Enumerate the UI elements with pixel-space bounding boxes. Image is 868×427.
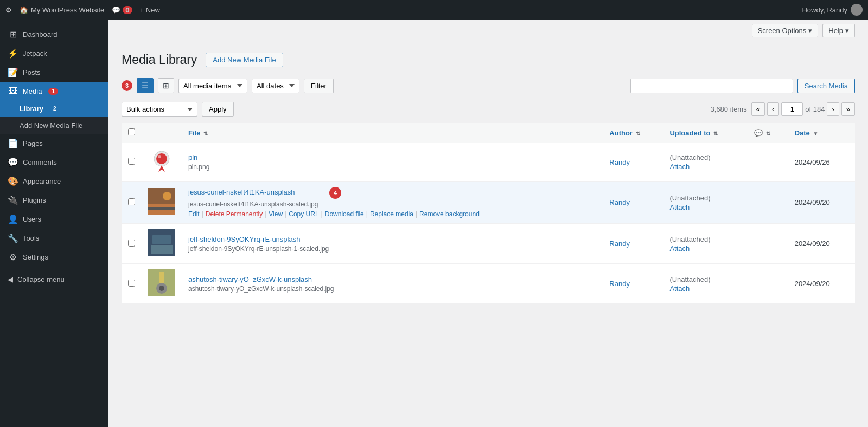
sidebar-item-plugins[interactable]: 🔌 Plugins <box>0 191 108 210</box>
col-header-date[interactable]: Date ▼ <box>788 123 855 143</box>
filter-button[interactable]: Filter <box>304 79 334 93</box>
author-link[interactable]: Randy <box>609 240 630 248</box>
page-number-input[interactable] <box>781 102 803 116</box>
first-page-button[interactable]: « <box>751 102 765 116</box>
sidebar-label-tools: Tools <box>23 234 39 242</box>
screen-options-button[interactable]: Screen Options ▾ <box>752 24 819 37</box>
list-view-button[interactable]: ☰ <box>137 78 154 93</box>
row-select-checkbox[interactable] <box>128 280 135 287</box>
comments-value: — <box>754 158 761 166</box>
action-replace-media[interactable]: Replace media <box>370 210 413 218</box>
sidebar-item-add-new-media[interactable]: Add New Media File <box>0 117 108 134</box>
date-filter[interactable]: All dates <box>252 79 299 93</box>
media-title-link[interactable]: ashutosh-tiwary-yO_zGxcW-k-unsplash <box>188 275 312 283</box>
sidebar-item-appearance[interactable]: 🎨 Appearance <box>0 172 108 191</box>
collapse-menu-button[interactable]: ◀ Collapse menu <box>0 271 108 288</box>
row-checkbox-4 <box>122 264 142 304</box>
attach-link[interactable]: Attach <box>669 163 741 171</box>
pin-thumbnail <box>148 148 175 176</box>
row-file-1: pin pin.png <box>182 143 603 182</box>
apply-button[interactable]: Apply <box>202 102 234 117</box>
last-page-button[interactable]: » <box>841 102 855 116</box>
action-copy-url[interactable]: Copy URL <box>289 210 318 218</box>
sidebar-item-tools[interactable]: 🔧 Tools <box>0 229 108 248</box>
new-link[interactable]: + New <box>140 6 160 14</box>
sidebar-item-jetpack[interactable]: ⚡ Jetpack <box>0 44 108 63</box>
screen-options-chevron-icon: ▾ <box>808 27 812 35</box>
sidebar-item-dashboard[interactable]: ⊞ Dashboard <box>0 25 108 44</box>
select-all-header[interactable] <box>122 123 142 143</box>
grid-view-button[interactable]: ⊞ <box>158 78 174 93</box>
jetpack-icon: ⚡ <box>8 48 18 59</box>
wp-logo-icon[interactable]: ⚙ <box>5 6 12 14</box>
action-view[interactable]: View <box>269 210 283 218</box>
author-link[interactable]: Randy <box>609 280 630 288</box>
comments-icon: 💬 <box>8 157 18 167</box>
sidebar-item-settings[interactable]: ⚙ Settings <box>0 248 108 267</box>
table-header-row: File ⇅ Author ⇅ Uploaded to ⇅ 💬 <box>122 123 855 143</box>
attach-link[interactable]: Attach <box>669 284 741 293</box>
col-author-label: Author <box>609 129 633 137</box>
sidebar-item-media[interactable]: 🖼 Media 1 <box>0 82 108 100</box>
col-header-uploaded-to[interactable]: Uploaded to ⇅ <box>663 123 748 143</box>
unattached-label: (Unattached) <box>669 194 710 202</box>
sidebar-item-comments[interactable]: 💬 Comments <box>0 153 108 172</box>
svg-point-1 <box>156 153 167 164</box>
media-title-link[interactable]: jeff-sheldon-9SyOKYrq-rE-unsplash <box>188 235 300 243</box>
sidebar-item-pages[interactable]: 📄 Pages <box>0 134 108 153</box>
row-uploaded-to-4: (Unattached) Attach <box>663 264 748 304</box>
action-download-file[interactable]: Download file <box>325 210 364 218</box>
bulk-actions-select[interactable]: Bulk actions <box>122 102 197 117</box>
col-header-author[interactable]: Author ⇅ <box>603 123 663 143</box>
action-separator: | <box>366 210 368 218</box>
search-media-input[interactable] <box>630 79 793 93</box>
howdy-link[interactable]: Howdy, Randy <box>802 4 863 16</box>
attach-link[interactable]: Attach <box>669 203 741 211</box>
prev-page-button[interactable]: ‹ <box>767 102 779 116</box>
comments-link[interactable]: 💬 0 <box>112 6 132 14</box>
date-value: 2024/09/20 <box>795 198 830 206</box>
sidebar-item-posts[interactable]: 📝 Posts <box>0 63 108 82</box>
site-link[interactable]: 🏠 My WordPress Website <box>20 6 104 14</box>
author-link[interactable]: Randy <box>609 158 630 166</box>
users-icon: 👤 <box>8 214 18 224</box>
select-all-checkbox[interactable] <box>128 128 135 135</box>
row-thumbnail-1 <box>142 143 182 182</box>
media-type-filter[interactable]: All media items <box>178 79 247 93</box>
row-select-checkbox[interactable] <box>128 198 135 205</box>
help-chevron-icon: ▾ <box>845 27 849 35</box>
comment-icon: 💬 <box>112 6 120 14</box>
pagination: « ‹ of 184 › » <box>751 102 855 116</box>
row-author-2: Randy <box>603 182 663 224</box>
new-label: + New <box>140 6 160 14</box>
settings-icon: ⚙ <box>8 252 18 262</box>
sidebar-label-pages: Pages <box>23 139 43 147</box>
sidebar-label-plugins: Plugins <box>23 196 46 204</box>
author-link[interactable]: Randy <box>609 198 630 206</box>
next-page-button[interactable]: › <box>827 102 839 116</box>
help-button[interactable]: Help ▾ <box>822 24 855 37</box>
add-new-media-button[interactable]: Add New Media File <box>206 53 283 67</box>
search-media-button[interactable]: Search Media <box>797 79 855 93</box>
sidebar-item-users[interactable]: 👤 Users <box>0 210 108 229</box>
unattached-label: (Unattached) <box>669 235 710 243</box>
col-header-file[interactable]: File ⇅ <box>182 123 603 143</box>
action-edit[interactable]: Edit <box>188 210 200 218</box>
media-title-link[interactable]: jesus-curiel-nskeft4t1KA-unsplash <box>188 188 295 196</box>
media-title-link[interactable]: pin <box>188 153 197 161</box>
sidebar-label-posts: Posts <box>23 68 41 76</box>
attach-link[interactable]: Attach <box>669 244 741 253</box>
library-badge: 2 <box>50 105 60 112</box>
row-select-checkbox[interactable] <box>128 158 135 165</box>
sidebar-item-library[interactable]: Library 2 <box>0 100 108 117</box>
media-filename: ashutosh-tiwary-yO_zGxcW-k-unsplash-scal… <box>188 285 596 293</box>
comments-value: — <box>754 240 761 248</box>
row-select-checkbox[interactable] <box>128 240 135 247</box>
col-header-comments[interactable]: 💬 ⇅ <box>748 123 788 143</box>
row-actions: Edit | Delete Permanently | View | Copy … <box>188 210 596 218</box>
author-sort-icon: ⇅ <box>636 131 640 137</box>
action-delete-permanently[interactable]: Delete Permanently <box>206 210 263 218</box>
table-row: jeff-sheldon-9SyOKYrq-rE-unsplash jeff-s… <box>122 224 855 264</box>
action-remove-background[interactable]: Remove background <box>419 210 480 218</box>
sidebar: ⊞ Dashboard ⚡ Jetpack 📝 Posts 🖼 Media 1 … <box>0 20 108 427</box>
